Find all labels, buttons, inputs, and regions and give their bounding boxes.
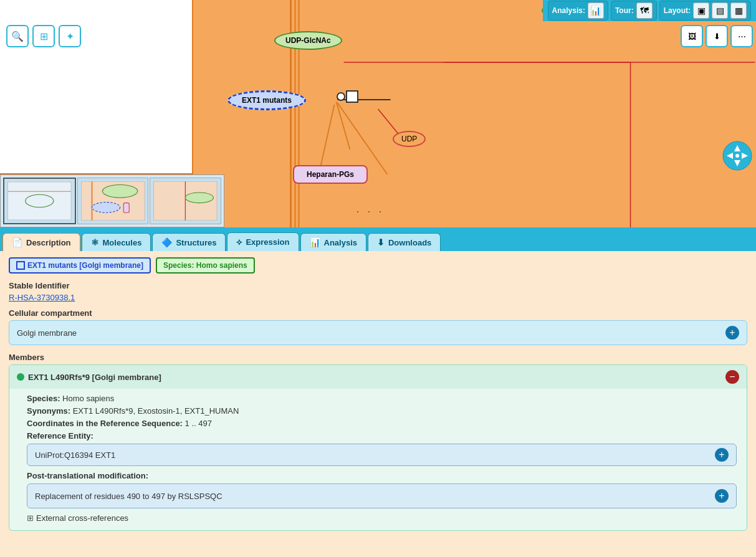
ext-ref-label: External cross-references [36,513,128,523]
species-filter-tag[interactable]: Species: Homo sapiens [156,257,255,274]
entity-filter-label: EXT1 mutants [Golgi membrane] [27,261,143,270]
tour-label: Tour: [615,6,634,15]
ext-ref-row[interactable]: ⊞ External cross-references [27,513,737,523]
member-body: Species: Homo sapiens Synonyms: EXT1 L49… [9,389,747,530]
tab-description-label: Description [26,238,71,247]
tab-downloads[interactable]: ⬇ Downloads [368,233,441,251]
ptm-box: Replacement of residues 490 to 497 by RS… [27,483,737,508]
heparan-pgs-node[interactable]: Heparan-PGs [293,165,368,184]
layout-icon-1[interactable]: ▣ [693,2,709,19]
synonyms-value: EXT1 L490Rfs*9, Exostosin-1, EXT1_HUMAN [73,406,239,416]
svg-rect-19 [123,203,129,213]
expression-tab-icon: ⟡ [236,237,242,247]
species-filter-label: Species: Homo sapiens [163,261,247,270]
ref-entity-row: Reference Entity: [27,431,737,440]
tab-analysis-label: Analysis [324,238,357,247]
minimap-section-2[interactable] [77,178,149,224]
svg-line-7 [337,102,350,150]
minimap-section-1[interactable] [3,178,76,224]
coordinates-row: Coordinates in the Reference Sequence: 1… [27,419,737,428]
diagram-area[interactable]: 🔍 ⊞ ✦ [0,0,756,227]
stable-id-header: Stable Identifier [9,281,747,290]
svg-point-18 [92,202,120,213]
layout-label: Layout: [664,6,691,15]
cellular-compartment-header: Cellular compartment [9,308,747,318]
tour-group: Tour: 🗺 [611,1,657,21]
svg-point-17 [102,184,137,198]
filter-bar: EXT1 mutants [Golgi membrane] Species: H… [9,257,747,274]
svg-point-22 [186,193,214,203]
species-value: Homo sapiens [62,394,114,403]
member-title-text: EXT1 L490Rfs*9 [Golgi membrane] [28,373,161,382]
analysis-chart-icon[interactable]: 📊 [588,2,604,19]
analysis-label: Analysis: [552,6,585,15]
svg-line-6 [319,105,335,174]
udp-node[interactable]: UDP [393,131,426,147]
square-connector [346,90,358,103]
entity-filter-square [16,261,25,270]
coordinates-value: 1 .. 497 [185,419,212,428]
svg-point-28 [735,154,739,158]
ptm-label: Post-translational modification: [27,471,148,480]
ref-entity-expand-button[interactable]: + [715,448,729,462]
tabs-bar: 📄 Description ⚛ Molecules 🔷 Structures ⟡… [0,227,756,251]
ptm-expand-button[interactable]: + [715,489,729,503]
tab-expression[interactable]: ⟡ Expression [227,232,299,251]
image-export-button[interactable]: 🖼 [681,25,703,47]
settings-button[interactable]: ✦ [59,25,81,47]
species-label: Species: [27,394,62,403]
layout-group: Layout: ▣ ▤ ▦ [659,1,751,21]
member-status-dot [17,373,24,381]
synonyms-row: Synonyms: EXT1 L490Rfs*9, Exostosin-1, E… [27,406,737,416]
species-row: Species: Homo sapiens [27,394,737,403]
analysis-tab-icon: 📊 [310,237,320,247]
ptm-row: Post-translational modification: [27,471,737,480]
molecules-tab-icon: ⚛ [91,237,99,247]
member-item: EXT1 L490Rfs*9 [Golgi membrane] − Specie… [9,364,747,531]
member-header[interactable]: EXT1 L490Rfs*9 [Golgi membrane] − [9,365,747,389]
tab-molecules[interactable]: ⚛ Molecules [82,233,151,251]
tab-description[interactable]: 📄 Description [2,233,80,251]
entity-filter-tag[interactable]: EXT1 mutants [Golgi membrane] [9,257,151,274]
ref-entity-box: UniProt:Q16394 EXT1 + [27,444,737,466]
minimap-section-3[interactable] [150,178,221,224]
download-button[interactable]: ⬇ [706,25,728,47]
member-collapse-button[interactable]: − [725,370,739,384]
tour-icon[interactable]: 🗺 [636,2,653,19]
diagram-content[interactable]: · · · UDP-Py UDP UDP-Gal UDP-GlcNAc EXT1… [193,0,756,227]
compartment-expand-button[interactable]: + [725,326,739,340]
ref-entity-label: Reference Entity: [27,431,93,440]
more-options-button[interactable]: ⋯ [730,25,753,47]
layout-icon-2[interactable]: ▤ [712,2,728,19]
diagram-lines: · · · [193,0,756,227]
tab-expression-label: Expression [246,237,289,247]
fit-view-button[interactable]: ⊞ [32,25,55,47]
tab-analysis[interactable]: 📊 Analysis [300,233,366,251]
member-title: EXT1 L490Rfs*9 [Golgi membrane] [17,373,161,382]
tab-molecules-label: Molecules [103,238,142,247]
tab-downloads-label: Downloads [388,238,431,247]
ptm-value: Replacement of residues 490 to 497 by RS… [35,492,222,501]
minimap[interactable] [0,174,224,227]
ext-ref-expand-icon[interactable]: ⊞ [27,513,34,523]
compartment-value: Golgi membrane [17,328,77,338]
stable-id-link[interactable]: R-HSA-3730938.1 [9,293,75,302]
layout-icon-3[interactable]: ▦ [730,2,747,19]
tab-structures[interactable]: 🔷 Structures [152,233,226,251]
ext1-mutants-node[interactable]: EXT1 mutants [227,90,306,110]
analysis-group: Analysis: 📊 [548,1,608,21]
search-button[interactable]: 🔍 [6,25,29,47]
coordinates-label: Coordinates in the Reference Sequence: [27,419,185,428]
ref-entity-value: UniProt:Q16394 EXT1 [35,450,115,460]
svg-line-5 [338,103,388,174]
nav-arrows[interactable] [722,140,753,171]
structures-tab-icon: 🔷 [161,237,172,247]
members-header: Members [9,353,747,362]
udp-glcnac-node[interactable]: UDP-GlcNAc [274,31,342,50]
compartment-box: Golgi membrane + [9,320,747,345]
svg-text:· · ·: · · · [356,205,385,217]
downloads-tab-icon: ⬇ [377,237,385,247]
tab-structures-label: Structures [176,238,216,247]
left-toolbar: 🔍 ⊞ ✦ [6,25,81,47]
content-area: EXT1 mutants [Golgi membrane] Species: H… [0,251,756,557]
